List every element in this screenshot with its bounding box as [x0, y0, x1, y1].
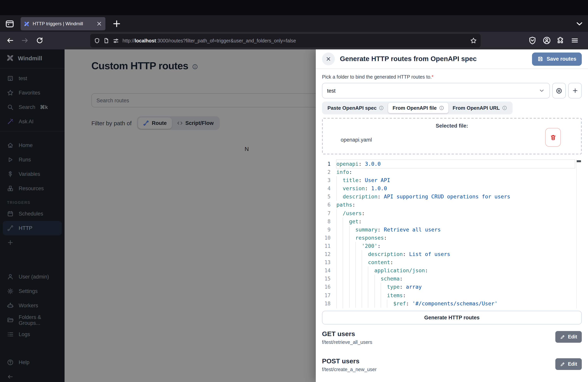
code-line-body: description: List of users	[336, 250, 582, 258]
yaml-colon: :	[358, 177, 362, 183]
tab-list-chevron-icon[interactable]	[575, 19, 584, 28]
tracking-protection-icon[interactable]	[94, 38, 100, 43]
folder-select[interactable]: test	[322, 83, 550, 98]
indent-guide	[368, 283, 375, 291]
route-info: GET usersf/test/retrieve_all_users	[322, 330, 372, 345]
indent-guide	[368, 299, 375, 308]
back-button[interactable]	[6, 37, 14, 44]
url-bar[interactable]: http://localhost:3000/routes?filter_path…	[90, 34, 481, 47]
yaml-colon: :	[399, 276, 403, 282]
reload-button[interactable]	[36, 37, 43, 44]
site-info-icon[interactable]	[104, 38, 109, 43]
yaml-colon: :	[352, 202, 355, 208]
code-line: 9summary: Retrieve all users	[322, 226, 582, 234]
selected-file-box: Selected file: openapi.yaml	[322, 118, 582, 154]
edit-route-button[interactable]: Edit	[556, 331, 582, 343]
remove-file-button[interactable]	[545, 128, 561, 147]
code-line: 1openapi: 3.0.0	[322, 160, 582, 168]
preview-folder-button[interactable]	[552, 83, 566, 98]
indent-guide	[343, 275, 349, 283]
yaml-key: schema	[381, 276, 400, 282]
indent-guide	[349, 266, 356, 275]
indent-guide	[349, 258, 356, 266]
indent-guide	[336, 234, 343, 242]
extensions-icon[interactable]	[556, 36, 565, 45]
indent-guide	[336, 308, 343, 308]
code-line-body: '200':	[336, 242, 582, 250]
yaml-key: $ref	[393, 300, 406, 306]
menu-icon[interactable]	[570, 36, 579, 45]
indent-guide	[336, 176, 343, 184]
yaml-value: 1.0.0	[371, 185, 387, 191]
indent-guide	[343, 258, 349, 266]
required-asterisk: *	[432, 74, 434, 80]
tab-paste-openapi-spec[interactable]: Paste OpenAPI spec	[323, 103, 388, 113]
forward-button[interactable]	[21, 37, 29, 44]
indent-guide	[343, 308, 349, 308]
indent-guide	[343, 299, 349, 308]
tab-label: From OpenAPI URL	[453, 105, 500, 111]
yaml-key: version	[343, 185, 365, 191]
code-line: 17items:	[322, 291, 582, 299]
indent-guide	[349, 234, 356, 242]
edit-route-button[interactable]: Edit	[556, 358, 582, 370]
yaml-colon: :	[425, 267, 428, 274]
code-line-body: responses:	[336, 234, 582, 242]
indent-guide	[336, 291, 343, 299]
yaml-key: description	[368, 251, 403, 257]
browser-tab[interactable]: HTTP triggers | Windmill	[21, 17, 105, 30]
yaml-key: description	[343, 193, 378, 200]
line-number: 5	[322, 193, 331, 201]
tab-label: Paste OpenAPI spec	[327, 105, 377, 111]
indent-guide	[387, 299, 393, 308]
generate-routes-button[interactable]: Generate HTTP routes	[322, 311, 582, 324]
line-number: 2	[322, 168, 331, 176]
code-line: 18$ref: '#/components/schemas/User'	[322, 299, 582, 308]
code-line: 19post:	[322, 308, 582, 308]
yaml-colon: :	[378, 193, 380, 200]
editor-scroll-indicator[interactable]	[576, 160, 581, 162]
indent-guide	[362, 266, 368, 275]
tab-from-openapi-url[interactable]: From OpenAPI URL	[448, 103, 512, 113]
yaml-space	[362, 161, 365, 167]
indent-guide	[336, 299, 343, 308]
plus-icon	[572, 87, 578, 94]
code-line: 12description: List of users	[322, 250, 582, 258]
indent-guide	[336, 283, 343, 291]
indent-guide	[336, 258, 343, 266]
code-line: 15schema:	[322, 275, 582, 283]
line-number: 14	[322, 266, 331, 275]
indent-guide	[362, 275, 368, 283]
browser-tab-strip: HTTP triggers | Windmill	[0, 15, 588, 32]
code-line-body: $ref: '#/components/schemas/User'	[336, 299, 582, 308]
add-folder-button[interactable]	[568, 83, 582, 98]
openapi-code-editor[interactable]: 1openapi: 3.0.02info:3title: User API4ve…	[322, 159, 582, 308]
code-line-body: items:	[336, 291, 582, 299]
new-tab-button[interactable]	[112, 19, 121, 28]
url-text: http://localhost:3000/routes?filter_path…	[123, 38, 467, 43]
indent-guide	[349, 242, 356, 250]
yaml-colon: :	[378, 226, 380, 233]
yaml-value: '#/components/schemas/User'	[412, 300, 498, 306]
indent-guide	[349, 283, 356, 291]
tab-close-icon[interactable]	[96, 21, 102, 27]
drawer-backdrop[interactable]	[0, 49, 316, 382]
permissions-icon[interactable]	[113, 38, 119, 44]
indent-guide	[374, 291, 381, 299]
line-number: 4	[322, 185, 331, 193]
indent-guide	[356, 283, 362, 291]
info-icon	[379, 106, 384, 110]
account-icon[interactable]	[543, 36, 551, 45]
yaml-colon: :	[403, 292, 406, 298]
pocket-icon[interactable]	[528, 36, 537, 45]
close-drawer-button[interactable]	[322, 53, 335, 65]
tab-from-openapi-file[interactable]: From OpenAPI file	[388, 103, 448, 113]
yaml-value: List of users	[409, 251, 450, 257]
code-line-body: schema:	[336, 275, 582, 283]
yaml-value: array	[406, 284, 422, 290]
bookmark-star-icon[interactable]	[470, 37, 477, 44]
save-routes-button[interactable]: Save routes	[532, 52, 582, 65]
firefox-view-icon[interactable]	[5, 19, 15, 29]
indent-guide	[343, 226, 349, 234]
route-title: POST users	[322, 358, 377, 365]
